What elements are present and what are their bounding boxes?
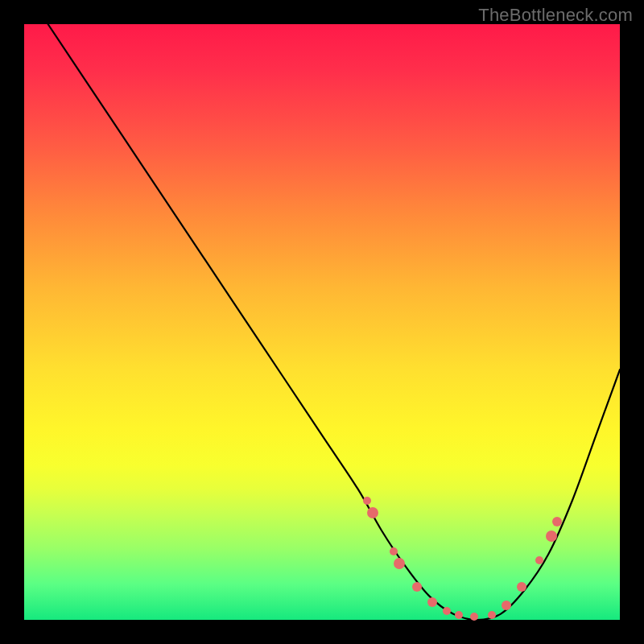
data-marker — [363, 497, 371, 505]
data-marker — [535, 556, 543, 564]
data-marker — [546, 530, 557, 542]
data-marker — [443, 607, 451, 615]
data-marker — [470, 613, 478, 621]
data-marker — [488, 611, 496, 619]
plot-area — [24, 24, 620, 620]
watermark-label: TheBottleneck.com — [478, 5, 633, 26]
data-marker — [517, 582, 526, 592]
data-marker — [552, 517, 562, 526]
data-marker — [390, 547, 398, 555]
data-marker — [427, 597, 437, 607]
data-marker — [502, 601, 511, 610]
bottleneck-curve — [24, 24, 620, 620]
chart-frame: TheBottleneck.com — [0, 0, 644, 644]
data-marker — [367, 507, 378, 518]
data-marker — [394, 558, 405, 569]
data-marker — [412, 582, 422, 592]
data-marker — [455, 611, 463, 619]
